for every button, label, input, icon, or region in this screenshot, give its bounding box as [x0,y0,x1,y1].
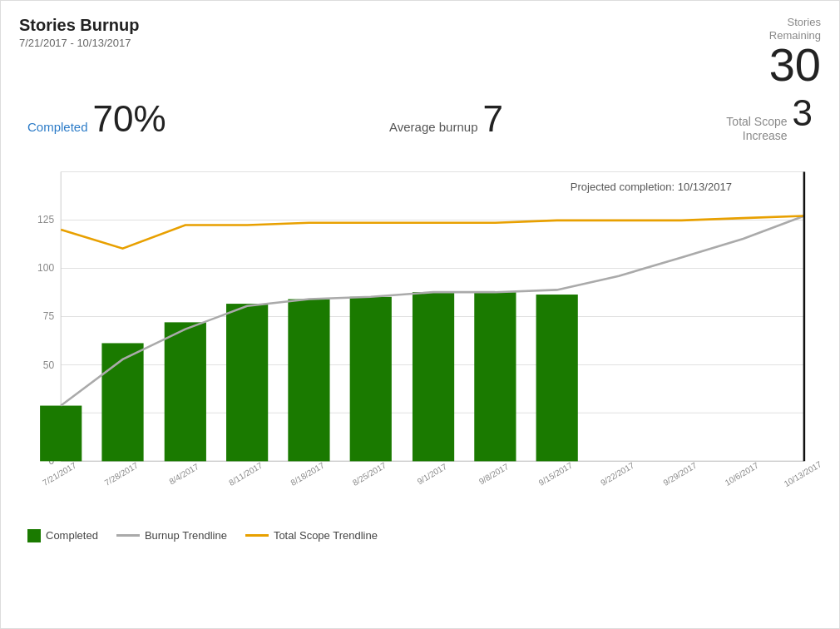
completed-stat: Completed 70% [27,101,166,137]
legend-burnup: Burnup Trendline [116,529,227,542]
svg-text:125: 125 [37,214,54,225]
chart-svg: 0 25 50 75 100 125 7/21/2017 7/28/2017 8… [19,155,821,521]
svg-text:50: 50 [43,359,55,371]
legend-completed-box [27,529,41,542]
header-row: Stories Burnup 7/21/2017 - 10/13/2017 St… [19,16,821,88]
svg-text:8/11/2017: 8/11/2017 [227,460,264,488]
svg-text:9/29/2017: 9/29/2017 [662,460,699,488]
average-burnup-stat: Average burnup 7 [389,101,503,137]
bar-8 [536,295,578,461]
chart-area: 0 25 50 75 100 125 7/21/2017 7/28/2017 8… [19,155,821,521]
svg-text:9/8/2017: 9/8/2017 [477,462,511,487]
legend-completed: Completed [27,529,98,542]
bar-4 [288,299,329,461]
stories-remaining-block: Stories Remaining 30 [769,16,821,88]
average-burnup-label: Average burnup [389,120,477,134]
total-scope-value: 3 [793,95,813,131]
svg-text:75: 75 [43,310,55,322]
projected-completion-label: Projected completion: 10/13/2017 [571,181,732,193]
chart-title: Stories Burnup [19,16,139,35]
stories-remaining-value: 30 [769,42,821,88]
bar-1 [101,343,143,461]
svg-text:9/15/2017: 9/15/2017 [537,460,574,488]
stats-row: Completed 70% Average burnup 7 Total Sco… [19,95,821,143]
svg-text:8/4/2017: 8/4/2017 [167,462,200,487]
legend-burnup-line [116,534,140,537]
svg-text:9/22/2017: 9/22/2017 [599,460,635,488]
svg-text:9/1/2017: 9/1/2017 [416,462,449,487]
svg-text:10/6/2017: 10/6/2017 [724,460,760,488]
bar-3 [226,304,268,461]
average-burnup-value: 7 [482,101,502,137]
total-scope-label: Total ScopeIncrease [726,115,787,143]
legend-row: Completed Burnup Trendline Total Scope T… [19,529,821,542]
legend-scope-label: Total Scope Trendline [274,529,378,542]
date-range: 7/21/2017 - 10/13/2017 [19,37,139,49]
completed-value: 70% [93,101,166,137]
legend-completed-label: Completed [46,529,98,542]
bar-5 [350,297,392,462]
svg-text:7/28/2017: 7/28/2017 [103,460,140,488]
scope-trendline [61,215,804,248]
bar-2 [165,322,206,461]
title-block: Stories Burnup 7/21/2017 - 10/13/2017 [19,16,139,49]
svg-text:8/25/2017: 8/25/2017 [351,460,388,488]
legend-scope: Total Scope Trendline [245,529,378,542]
bar-7 [474,292,516,461]
svg-text:100: 100 [37,262,54,274]
svg-text:7/21/2017: 7/21/2017 [41,460,77,488]
bar-0 [40,405,82,461]
bar-6 [413,292,454,461]
completed-label: Completed [27,120,88,134]
svg-text:10/13/2017: 10/13/2017 [783,459,821,488]
total-scope-stat: Total ScopeIncrease 3 [726,95,813,143]
svg-text:8/18/2017: 8/18/2017 [289,460,326,488]
legend-scope-line [245,534,269,537]
legend-burnup-label: Burnup Trendline [145,529,227,542]
main-card: Stories Burnup 7/21/2017 - 10/13/2017 St… [0,0,840,629]
